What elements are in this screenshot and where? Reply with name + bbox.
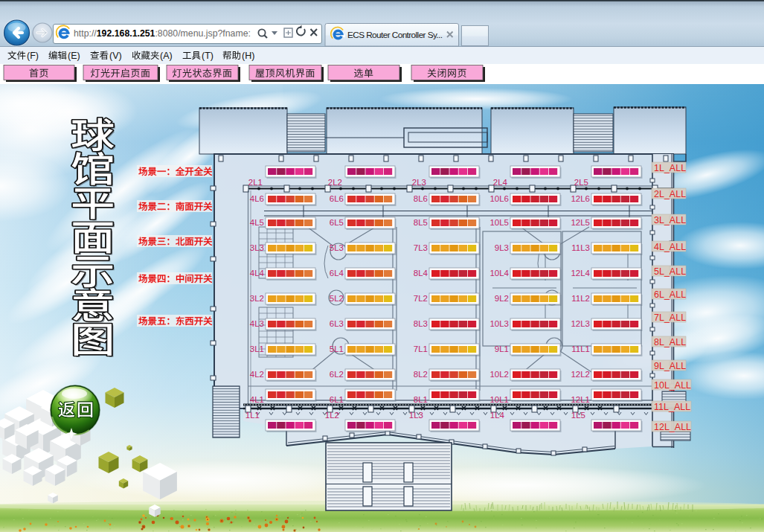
svg-text:10L4: 10L4: [489, 269, 509, 278]
svg-text:10L3: 10L3: [489, 319, 509, 328]
svg-text:4L1: 4L1: [250, 395, 264, 404]
svg-text:2L4: 2L4: [493, 178, 508, 187]
svg-text:8L4: 8L4: [414, 269, 428, 278]
svg-text:12L3: 12L3: [571, 319, 590, 328]
svg-text:ECS Router Controller Sy...: ECS Router Controller Sy...: [347, 30, 443, 40]
svg-text:2L_ALL: 2L_ALL: [654, 189, 686, 199]
svg-text:9L1: 9L1: [495, 344, 509, 353]
svg-text:4L5: 4L5: [250, 218, 264, 227]
svg-text:8L6: 8L6: [414, 194, 428, 203]
svg-text:10L_ALL: 10L_ALL: [654, 380, 691, 391]
svg-text:11L_ALL: 11L_ALL: [654, 402, 690, 412]
svg-text:3L1: 3L1: [250, 344, 264, 353]
svg-text:8L2: 8L2: [414, 370, 428, 379]
svg-text:10L5: 10L5: [489, 218, 509, 227]
svg-text:4L6: 4L6: [250, 194, 264, 203]
svg-text:4L_ALL: 4L_ALL: [654, 242, 686, 252]
svg-text:4L3: 4L3: [250, 319, 264, 328]
svg-text:9L3: 9L3: [495, 243, 509, 252]
svg-text:11L2: 11L2: [571, 294, 590, 303]
svg-text:5L1: 5L1: [330, 344, 344, 353]
svg-text:(F): (F): [27, 51, 39, 61]
svg-text:6L1: 6L1: [330, 395, 344, 404]
svg-text:(V): (V): [109, 51, 122, 61]
svg-text:1L4: 1L4: [490, 411, 505, 420]
svg-text:10L1: 10L1: [489, 395, 509, 404]
svg-text:3L2: 3L2: [250, 294, 264, 303]
svg-text:8L1: 8L1: [414, 395, 428, 404]
svg-text:10L2: 10L2: [489, 370, 509, 379]
svg-text:8L5: 8L5: [414, 218, 428, 227]
svg-text:12L1: 12L1: [571, 395, 590, 404]
svg-text:6L2: 6L2: [330, 370, 344, 379]
svg-text:1L5: 1L5: [571, 411, 585, 420]
svg-text:3L_ALL: 3L_ALL: [654, 215, 686, 225]
svg-text:5L3: 5L3: [330, 243, 344, 252]
svg-text:4L4: 4L4: [250, 269, 265, 278]
svg-text:(A): (A): [160, 51, 173, 61]
svg-text:2L5: 2L5: [574, 178, 588, 187]
svg-text:2L2: 2L2: [328, 178, 342, 187]
svg-text:12L_ALL: 12L_ALL: [654, 422, 691, 432]
svg-text:6L4: 6L4: [330, 269, 344, 278]
svg-text:7L1: 7L1: [414, 344, 428, 353]
svg-text:(T): (T): [202, 51, 214, 61]
svg-text:(E): (E): [68, 51, 80, 61]
svg-text:5L2: 5L2: [330, 294, 344, 303]
svg-text:6L6: 6L6: [330, 194, 344, 203]
svg-text:(H): (H): [242, 51, 254, 61]
svg-text:6L_ALL: 6L_ALL: [654, 289, 686, 300]
svg-text:6L5: 6L5: [330, 218, 344, 227]
svg-text:8L3: 8L3: [414, 319, 428, 328]
svg-text:1L1: 1L1: [245, 411, 260, 420]
svg-text:11L3: 11L3: [571, 243, 590, 252]
svg-text:7L2: 7L2: [414, 294, 428, 303]
svg-text:10L6: 10L6: [489, 194, 509, 203]
svg-text:http://192.168.1.251:8080/menu: http://192.168.1.251:8080/menu.jsp?fname…: [74, 28, 251, 39]
svg-text:12L5: 12L5: [571, 218, 590, 227]
svg-text:8L_ALL: 8L_ALL: [654, 337, 686, 347]
svg-text:9L2: 9L2: [495, 294, 509, 303]
svg-text:7L3: 7L3: [414, 243, 428, 252]
svg-text:1L3: 1L3: [409, 411, 423, 420]
svg-text:11L1: 11L1: [571, 344, 590, 353]
svg-text:2L1: 2L1: [248, 178, 263, 187]
svg-text:7L_ALL: 7L_ALL: [654, 313, 686, 323]
svg-text:2L3: 2L3: [412, 178, 426, 187]
svg-text:12L6: 12L6: [571, 194, 590, 203]
svg-text:12L4: 12L4: [571, 269, 590, 278]
svg-text:3L3: 3L3: [250, 243, 264, 252]
svg-text:1L_ALL: 1L_ALL: [654, 163, 686, 173]
svg-text:12L2: 12L2: [571, 370, 590, 379]
svg-text:6L3: 6L3: [330, 319, 344, 328]
svg-text:1L2: 1L2: [325, 411, 339, 420]
svg-text:4L2: 4L2: [250, 370, 264, 379]
svg-text:5L_ALL: 5L_ALL: [654, 266, 686, 277]
svg-text:9L_ALL: 9L_ALL: [654, 361, 686, 371]
